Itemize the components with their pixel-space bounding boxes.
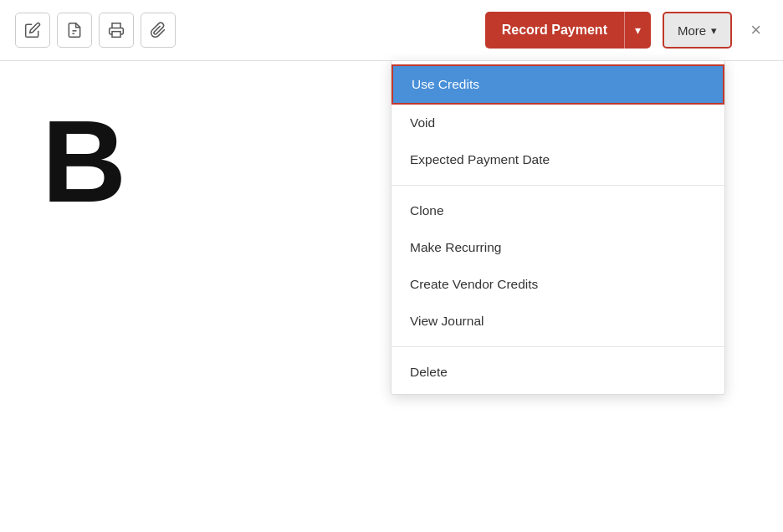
edit-button[interactable] <box>15 13 50 48</box>
dropdown-divider-1 <box>392 185 724 186</box>
menu-item-view-journal[interactable]: View Journal <box>392 303 724 340</box>
more-label: More <box>678 23 706 38</box>
menu-item-create-vendor-credits[interactable]: Create Vendor Credits <box>392 266 724 303</box>
menu-item-expected-payment-date[interactable]: Expected Payment Date <box>392 141 724 178</box>
menu-item-use-credits[interactable]: Use Credits <box>392 64 724 105</box>
dropdown-menu: Use Credits Void Expected Payment Date C… <box>391 60 725 395</box>
dropdown-arrow-icon: ▾ <box>635 23 641 37</box>
menu-item-clone[interactable]: Clone <box>392 192 724 229</box>
dropdown-divider-2 <box>392 346 724 347</box>
page-big-letter: B <box>42 103 126 220</box>
record-payment-dropdown-button[interactable]: ▾ <box>624 12 651 49</box>
dropdown-group-1: Use Credits Void Expected Payment Date <box>392 61 724 182</box>
svg-rect-2 <box>112 32 120 38</box>
dropdown-group-2: Clone Make Recurring Create Vendor Credi… <box>392 189 724 343</box>
menu-item-make-recurring[interactable]: Make Recurring <box>392 229 724 266</box>
menu-item-void[interactable]: Void <box>392 105 724 141</box>
close-button[interactable]: × <box>744 19 768 41</box>
attachment-button[interactable] <box>141 13 176 48</box>
record-payment-button[interactable]: Record Payment <box>485 12 624 49</box>
more-button[interactable]: More ▾ <box>663 12 732 49</box>
record-payment-group: Record Payment ▾ <box>485 12 651 49</box>
pdf-button[interactable] <box>57 13 92 48</box>
toolbar: Record Payment ▾ More ▾ × <box>0 0 783 61</box>
print-button[interactable] <box>99 13 134 48</box>
more-arrow-icon: ▾ <box>711 24 717 37</box>
dropdown-group-3: Delete <box>392 350 724 394</box>
menu-item-delete[interactable]: Delete <box>392 354 724 391</box>
